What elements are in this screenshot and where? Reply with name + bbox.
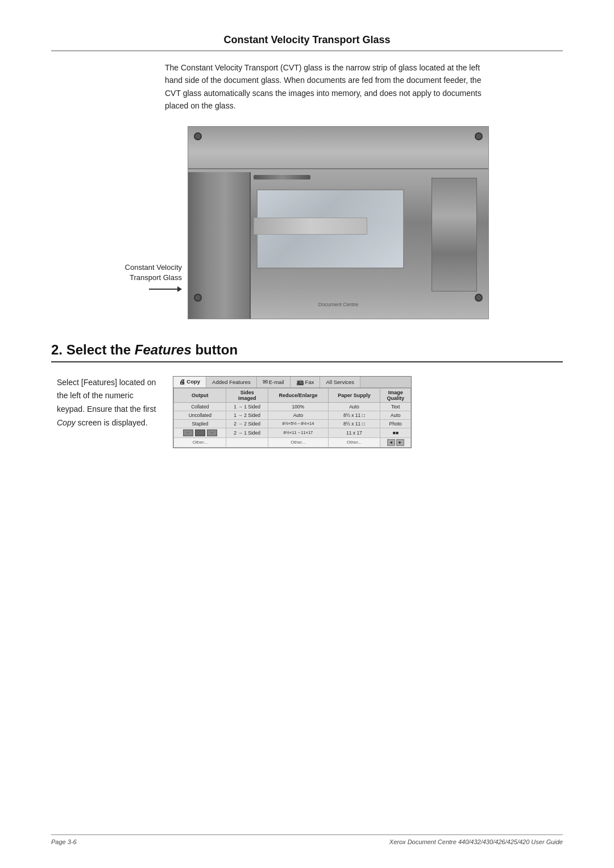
copy-screen: 🖨 Copy Added Features ✉ E-mail 📠 Fax bbox=[173, 376, 412, 448]
tab-all-services[interactable]: All Services bbox=[320, 377, 360, 387]
features-body-line2: the left of the numeric bbox=[57, 391, 134, 400]
features-text: Select [Features] located on the left of… bbox=[57, 376, 156, 430]
cvt-body: The Constant Velocity Transport (CVT) gl… bbox=[165, 61, 495, 112]
arrow-line bbox=[149, 289, 177, 290]
cvt-label-area: Constant Velocity Transport Glass bbox=[102, 262, 182, 292]
col-header-paper: Paper Supply bbox=[328, 388, 380, 402]
cvt-bolt-tl bbox=[194, 132, 202, 140]
cell-nav-btns: ◄ ► bbox=[380, 437, 411, 447]
cell-squares[interactable]: ■■ bbox=[380, 428, 411, 437]
col-header-reduce: Reduce/Enlarge bbox=[268, 388, 329, 402]
section2-title-post: button bbox=[192, 342, 238, 357]
nav-fwd-btn[interactable]: ► bbox=[396, 439, 404, 446]
section2-title-pre: 2. Select the bbox=[51, 342, 135, 357]
cvt-mech-right bbox=[432, 178, 477, 291]
cvt-bolt-tr bbox=[475, 132, 483, 140]
features-body-post: screen is displayed. bbox=[76, 418, 148, 427]
cell-100pct[interactable]: 100% bbox=[268, 402, 329, 411]
cvt-image-area: Constant Velocity Transport Glass Docume… bbox=[102, 126, 563, 319]
col-header-quality: ImageQuality bbox=[380, 388, 411, 402]
section2-title-italic: Features bbox=[135, 342, 192, 357]
cell-text[interactable]: Text bbox=[380, 402, 411, 411]
copy-icon: 🖨 bbox=[179, 378, 185, 385]
col-header-sides: SidesImaged bbox=[226, 388, 268, 402]
cell-other-ps[interactable]: Other... bbox=[328, 437, 380, 447]
features-content: Select [Features] located on the left of… bbox=[57, 376, 563, 448]
cvt-label-line2: Transport Glass bbox=[130, 273, 182, 283]
cell-2to1[interactable]: 2 → 1 Sided bbox=[226, 428, 268, 437]
cvt-bolt-br bbox=[475, 294, 483, 302]
cvt-bolt-bl bbox=[194, 294, 202, 302]
tab-all-label: All Services bbox=[326, 379, 354, 385]
section2-divider bbox=[51, 361, 563, 362]
email-icon: ✉ bbox=[263, 378, 268, 386]
page-container: Constant Velocity Transport Glass The Co… bbox=[0, 0, 614, 868]
section-cvt: Constant Velocity Transport Glass The Co… bbox=[51, 34, 563, 319]
cell-auto1[interactable]: Auto bbox=[328, 402, 380, 411]
section2-title: 2. Select the Features button bbox=[51, 342, 563, 358]
cell-empty2 bbox=[226, 437, 268, 447]
footer-title: Xerox Document Centre 440/432/430/426/42… bbox=[389, 838, 563, 845]
cvt-bottom-label: Document Centre bbox=[318, 302, 359, 307]
tab-email[interactable]: ✉ E-mail bbox=[257, 377, 291, 387]
cell-re-sz2[interactable]: 8½×11→11×17 bbox=[268, 428, 329, 437]
cell-1to1[interactable]: 1 → 1 Sided bbox=[226, 402, 268, 411]
tab-fax[interactable]: 📠 Fax bbox=[291, 377, 321, 387]
cvt-title: Constant Velocity Transport Glass bbox=[51, 34, 563, 46]
tab-added-label: Added Features bbox=[212, 379, 251, 385]
tab-email-label: E-mail bbox=[269, 379, 284, 385]
cell-2to2[interactable]: 2 → 2 Sided bbox=[226, 419, 268, 428]
page-footer: Page 3-6 Xerox Document Centre 440/432/4… bbox=[51, 834, 563, 845]
cell-collated[interactable]: Collated bbox=[174, 402, 226, 411]
cell-re-sz1[interactable]: 8½×5½→8½×14 bbox=[268, 419, 329, 428]
cell-photo[interactable]: Photo bbox=[380, 419, 411, 428]
section-features: 2. Select the Features button Select [Fe… bbox=[51, 342, 563, 448]
features-body-line1: Select [Features] located on bbox=[57, 378, 156, 387]
cell-auto-re[interactable]: Auto bbox=[268, 411, 329, 419]
cvt-mech-bar bbox=[254, 218, 367, 235]
footer-page: Page 3-6 bbox=[51, 838, 77, 845]
cell-empty: ← → bbox=[174, 428, 226, 437]
fax-icon: 📠 bbox=[296, 378, 304, 386]
cell-other-re[interactable]: Other... bbox=[268, 437, 329, 447]
table-row: Stapled 2 → 2 Sided 8½×5½→8½×14 8½ x 11 … bbox=[174, 419, 411, 428]
cvt-photo-inner: Document Centre bbox=[188, 127, 488, 319]
tab-copy[interactable]: 🖨 Copy bbox=[173, 377, 206, 387]
nav-back-btn[interactable]: ◄ bbox=[387, 439, 395, 446]
cell-1to2[interactable]: 1 → 2 Sided bbox=[226, 411, 268, 419]
cell-uncollated[interactable]: Uncollated bbox=[174, 411, 226, 419]
table-row: Other... Other... Other... ◄ ► bbox=[174, 437, 411, 447]
cvt-label-line1: Constant Velocity bbox=[125, 262, 182, 273]
cell-8511[interactable]: 8½ x 11 □ bbox=[328, 411, 380, 419]
features-body-line3: keypad. Ensure that the first bbox=[57, 404, 156, 414]
cell-stapled[interactable]: Stapled bbox=[174, 419, 226, 428]
tab-added-features[interactable]: Added Features bbox=[206, 377, 257, 387]
cell-8511b[interactable]: 8½ x 11 □ bbox=[328, 419, 380, 428]
table-row: ← → 2 → 1 Sided 8½×11→11×17 11 x 17 ■■ bbox=[174, 428, 411, 437]
cell-auto-iq[interactable]: Auto bbox=[380, 411, 411, 419]
cell-other-out[interactable]: Other... bbox=[174, 437, 226, 447]
copy-table: Output SidesImaged Reduce/Enlarge Paper … bbox=[173, 388, 411, 448]
cell-11x17[interactable]: 11 x 17 bbox=[328, 428, 380, 437]
copy-screen-tabs: 🖨 Copy Added Features ✉ E-mail 📠 Fax bbox=[173, 377, 411, 388]
table-row: Uncollated 1 → 2 Sided Auto 8½ x 11 □ Au… bbox=[174, 411, 411, 419]
tab-copy-label: Copy bbox=[186, 378, 200, 385]
features-body-italic: Copy bbox=[57, 418, 76, 427]
arrow-head bbox=[177, 286, 182, 292]
cvt-divider bbox=[51, 51, 563, 51]
table-row: Collated 1 → 1 Sided 100% Auto Text bbox=[174, 402, 411, 411]
col-header-output: Output bbox=[174, 388, 226, 402]
tab-fax-label: Fax bbox=[305, 379, 314, 385]
cvt-detail-bar bbox=[254, 175, 310, 180]
cvt-pointer bbox=[149, 286, 182, 292]
cvt-top-bar bbox=[188, 127, 488, 169]
cvt-photo: Document Centre bbox=[188, 126, 489, 319]
